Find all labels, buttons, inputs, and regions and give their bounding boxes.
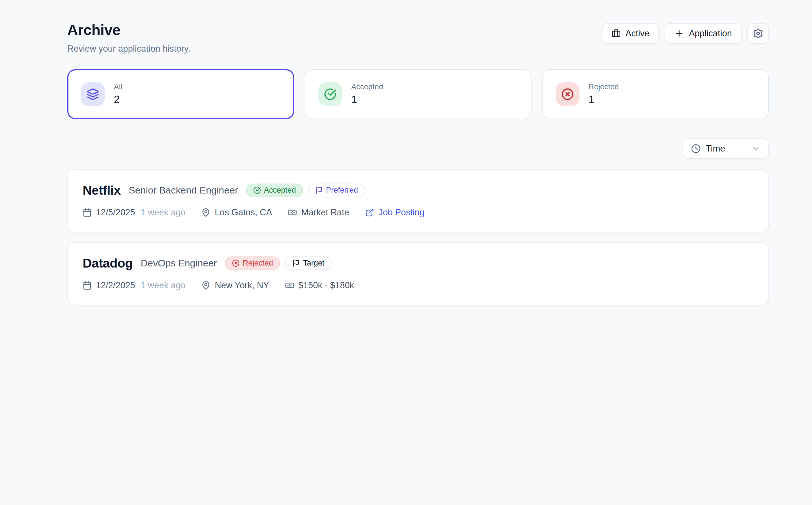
role-title: Senior Backend Engineer [129,185,238,196]
clock-icon [691,144,701,154]
role-title: DevOps Engineer [141,258,217,269]
stat-text: Accepted 1 [351,82,383,106]
job-posting-link[interactable]: Job Posting [365,207,424,218]
company-name: Datadog [83,256,133,271]
calendar-icon [83,208,92,217]
stat-label: All [114,82,122,92]
priority-label: Preferred [326,186,358,195]
priority-badge: Target [285,257,331,270]
plus-icon [674,29,684,38]
status-label: Rejected [243,259,273,268]
time-filter-label: Time [706,144,725,154]
header-actions: Active Application [602,23,769,44]
active-view-label: Active [626,28,649,39]
header-text: Archive Review your application history. [67,22,190,54]
salary-value: Market Rate [301,207,349,218]
flag-icon [315,186,323,194]
status-badge: Rejected [225,257,280,270]
location-item: Los Gatos, CA [201,207,272,218]
location-item: New York, NY [201,280,269,291]
salary-value: $150k - $180k [298,280,354,291]
location-value: Los Gatos, CA [215,207,272,218]
date-value: 12/2/2025 [96,280,135,291]
external-link-icon [365,208,374,217]
filter-row: Time [67,139,769,159]
priority-badge: Preferred [308,184,365,197]
salary-item: Market Rate [288,207,349,218]
add-application-button[interactable]: Application [665,23,741,44]
stat-value: 1 [588,94,619,106]
circle-check-icon [318,82,342,106]
page-title: Archive [67,22,190,39]
calendar-icon [83,281,92,290]
date-value: 12/5/2025 [96,207,135,218]
stat-label: Accepted [351,82,383,92]
salary-item: $150k - $180k [285,280,354,291]
badges: Accepted Preferred [246,184,365,197]
briefcase-icon [612,29,621,38]
application-list: Netflix Senior Backend Engineer Accepted… [67,169,769,305]
map-pin-icon [201,208,211,217]
application-meta-row: 12/2/2025 1 week ago New York, NY $150k … [83,280,754,291]
status-badge: Accepted [246,184,303,197]
application-title-row: Datadog DevOps Engineer Rejected Target [83,256,754,271]
stat-value: 1 [351,94,383,106]
application-title-row: Netflix Senior Backend Engineer Accepted… [83,183,754,198]
banknote-icon [285,281,294,290]
circle-x-icon [556,82,579,106]
date-item: 12/5/2025 1 week ago [83,207,185,218]
gear-icon [753,28,764,39]
circle-x-icon [232,259,240,267]
stat-text: All 2 [114,82,122,106]
stat-value: 2 [114,94,122,106]
active-view-button[interactable]: Active [602,23,659,44]
application-card-datadog[interactable]: Datadog DevOps Engineer Rejected Target [67,242,769,305]
application-card-netflix[interactable]: Netflix Senior Backend Engineer Accepted… [67,169,769,232]
add-application-label: Application [689,28,732,39]
chevron-down-icon [751,144,760,153]
settings-button[interactable] [747,23,769,44]
circle-check-icon [253,186,261,194]
layers-icon [81,82,105,106]
stats-row: All 2 Accepted 1 Rejected 1 [67,69,769,119]
stat-label: Rejected [588,82,619,92]
badges: Rejected Target [225,257,331,270]
relative-date: 1 week ago [141,280,186,291]
page-header: Archive Review your application history.… [67,22,769,54]
map-pin-icon [201,281,211,290]
page-subtitle: Review your application history. [67,44,190,54]
priority-label: Target [303,259,324,268]
banknote-icon [288,208,297,217]
archive-page: Archive Review your application history.… [0,0,812,305]
relative-date: 1 week ago [141,207,186,218]
status-label: Accepted [264,186,296,195]
location-value: New York, NY [215,280,269,291]
time-filter-dropdown[interactable]: Time [683,139,769,159]
stat-text: Rejected 1 [588,82,619,106]
date-item: 12/2/2025 1 week ago [83,280,185,291]
company-name: Netflix [83,183,121,198]
flag-icon [292,259,300,267]
stat-card-accepted[interactable]: Accepted 1 [305,69,532,119]
application-meta-row: 12/5/2025 1 week ago Los Gatos, CA Marke… [83,207,754,218]
stat-card-all[interactable]: All 2 [67,69,294,119]
stat-card-rejected[interactable]: Rejected 1 [542,69,769,119]
job-posting-label: Job Posting [379,207,424,218]
